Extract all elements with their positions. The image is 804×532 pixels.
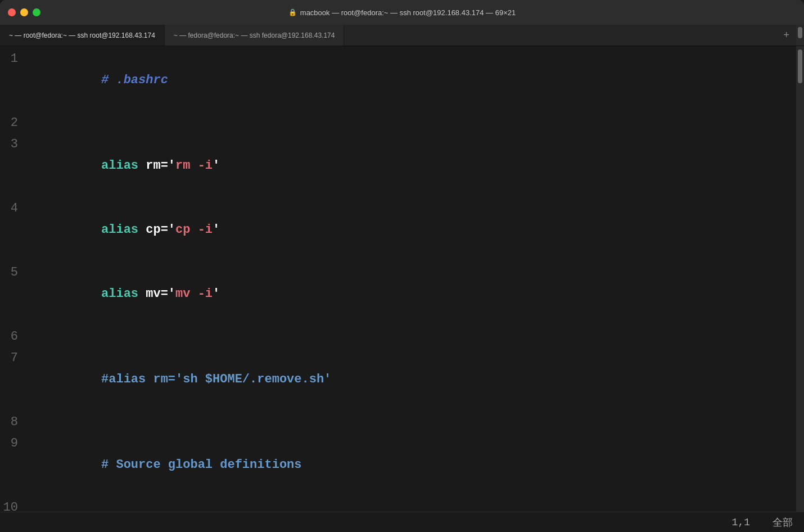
line-number-10: 10: [0, 497, 27, 512]
line-1: 1 # .bashrc: [0, 48, 796, 112]
scrollbar-thumb[interactable]: [798, 49, 802, 83]
line-4: 4 alias cp='cp -i': [0, 198, 796, 262]
line-number-9: 9: [0, 433, 27, 454]
window-title: 🔒 macbook — root@fedora:~ — ssh root@192…: [288, 8, 516, 17]
line-number-5: 5: [0, 262, 27, 283]
line-7: 7 #alias rm='sh $HOME/.remove.sh': [0, 348, 796, 412]
maximize-button[interactable]: [33, 8, 40, 16]
line-content-1: # .bashrc: [27, 48, 796, 112]
line-content-7: #alias rm='sh $HOME/.remove.sh': [27, 348, 796, 412]
new-tab-button[interactable]: +: [776, 25, 796, 46]
line-number-4: 4: [0, 198, 27, 219]
title-bar: 🔒 macbook — root@fedora:~ — ssh root@192…: [0, 0, 804, 25]
status-bar: 1,1 全部: [0, 512, 804, 532]
tab-2[interactable]: ~ — fedora@fedora:~ — ssh fedora@192.168…: [165, 25, 345, 46]
lock-icon: 🔒: [288, 8, 297, 16]
line-9: 9 # Source global definitions: [0, 433, 796, 497]
line-2: 2: [0, 112, 796, 134]
tab-bar: ~ — root@fedora:~ — ssh root@192.168.43.…: [0, 25, 804, 46]
editor[interactable]: 1 # .bashrc 2 3 alias rm='rm -i' 4: [0, 46, 796, 512]
cursor-position: 1,1: [732, 517, 750, 528]
close-button[interactable]: [8, 8, 16, 16]
line-5: 5 alias mv='mv -i': [0, 262, 796, 326]
line-number-1: 1: [0, 48, 27, 70]
line-number-2: 2: [0, 112, 27, 134]
line-content-3: alias rm='rm -i': [27, 134, 796, 198]
line-10: 10 if [ -f /etc/bashrc ]; then: [0, 497, 796, 512]
line-3: 3 alias rm='rm -i': [0, 134, 796, 198]
tab-scrollbar: [796, 25, 804, 46]
content-area: 1 # .bashrc 2 3 alias rm='rm -i' 4: [0, 46, 804, 512]
traffic-lights: [8, 8, 40, 16]
line-content-4: alias cp='cp -i': [27, 198, 796, 262]
tab-1[interactable]: ~ — root@fedora:~ — ssh root@192.168.43.…: [0, 25, 165, 46]
tab-spacer: [344, 25, 776, 46]
line-content-5: alias mv='mv -i': [27, 262, 796, 326]
line-content-9: # Source global definitions: [27, 433, 796, 497]
vertical-scrollbar[interactable]: [796, 46, 804, 512]
view-status: 全部: [773, 516, 793, 529]
minimize-button[interactable]: [20, 8, 28, 16]
tab-scrollbar-thumb[interactable]: [798, 27, 802, 38]
line-content-10: if [ -f /etc/bashrc ]; then: [27, 497, 796, 512]
line-number-7: 7: [0, 348, 27, 369]
line-number-8: 8: [0, 412, 27, 433]
line-8: 8: [0, 412, 796, 433]
terminal-window: 🔒 macbook — root@fedora:~ — ssh root@192…: [0, 0, 804, 532]
line-number-3: 3: [0, 134, 27, 155]
line-number-6: 6: [0, 326, 27, 348]
line-6: 6: [0, 326, 796, 348]
